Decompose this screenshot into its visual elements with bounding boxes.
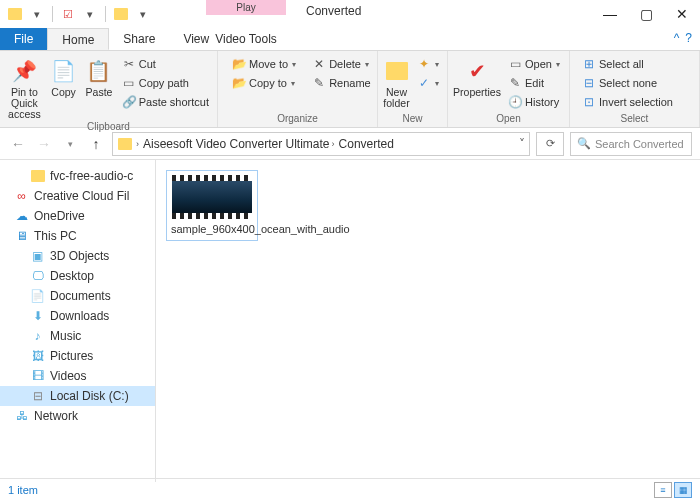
delete-button[interactable]: ✕Delete▾ — [308, 55, 375, 73]
group-label: Organize — [222, 112, 373, 125]
move-icon: 📂 — [232, 57, 246, 71]
tree-item-label: Music — [50, 329, 81, 343]
new-item-button[interactable]: ✦▾ — [413, 55, 443, 73]
tree-item-label: Pictures — [50, 349, 93, 363]
group-label: Open — [452, 112, 565, 125]
history-button[interactable]: 🕘History — [504, 93, 564, 111]
rename-button[interactable]: ✎Rename — [308, 74, 375, 92]
label: Pin to Quick access — [4, 87, 45, 120]
recent-button[interactable]: ▾ — [60, 132, 80, 156]
tree-item[interactable]: 🖼Pictures — [0, 346, 155, 366]
paste-button[interactable]: 📋 Paste — [82, 53, 115, 98]
properties-checkbox-icon[interactable]: ☑ — [59, 5, 77, 23]
refresh-button[interactable]: ⟳ — [536, 132, 564, 156]
tree-item[interactable]: 🎞Videos — [0, 366, 155, 386]
new-folder-icon — [383, 57, 411, 85]
tab-home[interactable]: Home — [47, 28, 109, 50]
disk-icon: ⊟ — [30, 389, 45, 403]
tree-item[interactable]: 🖵Desktop — [0, 266, 155, 286]
doc-icon: 📄 — [30, 289, 45, 303]
window-title: Converted — [306, 4, 361, 18]
desktop-icon: 🖵 — [30, 269, 45, 283]
back-button[interactable]: ← — [8, 132, 28, 156]
tree-item-label: Creative Cloud Fil — [34, 189, 129, 203]
invert-selection-button[interactable]: ⊡Invert selection — [578, 93, 677, 111]
rename-icon: ✎ — [312, 76, 326, 90]
file-pane[interactable]: sample_960x400_ocean_with_audio — [156, 160, 700, 482]
pin-quick-access-button[interactable]: 📌 Pin to Quick access — [4, 53, 45, 120]
copy-path-button[interactable]: ▭Copy path — [118, 74, 213, 92]
nav-tree[interactable]: fvc-free-audio-c∞Creative Cloud Fil☁OneD… — [0, 160, 156, 482]
move-to-button[interactable]: 📂Move to▾ — [228, 55, 300, 73]
minimize-button[interactable]: — — [592, 0, 628, 28]
tree-item[interactable]: 🖥This PC — [0, 226, 155, 246]
tree-item-label: Desktop — [50, 269, 94, 283]
paste-shortcut-button[interactable]: 🔗Paste shortcut — [118, 93, 213, 111]
tab-file[interactable]: File — [0, 28, 47, 50]
tree-item[interactable]: ∞Creative Cloud Fil — [0, 186, 155, 206]
breadcrumb-segment[interactable]: Aiseesoft Video Converter Ultimate › — [143, 137, 335, 151]
properties-icon: ✔ — [463, 57, 491, 85]
chevron-down-icon[interactable]: ▾ — [28, 5, 46, 23]
tree-item[interactable]: ⊟Local Disk (C:) — [0, 386, 155, 406]
chevron-down-icon[interactable]: ˅ — [519, 137, 525, 151]
tree-item-label: fvc-free-audio-c — [50, 169, 133, 183]
chevron-right-icon[interactable]: › — [136, 139, 139, 149]
tree-item-label: This PC — [34, 229, 77, 243]
select-all-button[interactable]: ⊞Select all — [578, 55, 677, 73]
file-item[interactable]: sample_960x400_ocean_with_audio — [166, 170, 258, 241]
tree-item[interactable]: 🖧Network — [0, 406, 155, 426]
tree-item[interactable]: 📄Documents — [0, 286, 155, 306]
new-folder-button[interactable]: New folder — [382, 53, 411, 109]
pin-icon: 📌 — [10, 57, 38, 85]
context-tab-header: Play — [206, 0, 286, 15]
maximize-button[interactable]: ▢ — [628, 0, 664, 28]
tree-item[interactable]: fvc-free-audio-c — [0, 166, 155, 186]
breadcrumb-segment[interactable]: Converted — [339, 137, 394, 151]
forward-button[interactable]: → — [34, 132, 54, 156]
chevron-right-icon[interactable]: › — [332, 139, 335, 149]
label: Paste — [86, 87, 113, 98]
copy-button[interactable]: 📄 Copy — [47, 53, 80, 98]
search-input[interactable]: 🔍 Search Converted — [570, 132, 692, 156]
tree-item[interactable]: ♪Music — [0, 326, 155, 346]
cube-icon: ▣ — [30, 249, 45, 263]
folder-icon — [112, 5, 130, 23]
copy-to-button[interactable]: 📂Copy to▾ — [228, 74, 300, 92]
separator — [105, 6, 106, 22]
cc-icon: ∞ — [14, 189, 29, 203]
label: New folder — [382, 87, 411, 109]
folder-icon — [6, 5, 24, 23]
tree-item[interactable]: ☁OneDrive — [0, 206, 155, 226]
close-button[interactable]: ✕ — [664, 0, 700, 28]
open-button[interactable]: ▭Open▾ — [504, 55, 564, 73]
tree-item-label: Videos — [50, 369, 86, 383]
open-icon: ▭ — [508, 57, 522, 71]
edit-button[interactable]: ✎Edit — [504, 74, 564, 92]
group-label: Select — [574, 112, 695, 125]
properties-button[interactable]: ✔ Properties — [452, 53, 502, 98]
address-bar[interactable]: › Aiseesoft Video Converter Ultimate › C… — [112, 132, 530, 156]
pic-icon: 🖼 — [30, 349, 45, 363]
easy-access-button[interactable]: ✓▾ — [413, 74, 443, 92]
help-icon[interactable]: ? — [685, 31, 692, 45]
video-icon: 🎞 — [30, 369, 45, 383]
tree-item-label: Downloads — [50, 309, 109, 323]
cut-icon: ✂ — [122, 57, 136, 71]
tree-item[interactable]: ⬇Downloads — [0, 306, 155, 326]
tree-item[interactable]: ▣3D Objects — [0, 246, 155, 266]
video-thumbnail — [172, 175, 252, 219]
up-button[interactable]: ↑ — [86, 132, 106, 156]
cut-button[interactable]: ✂Cut — [118, 55, 213, 73]
details-view-button[interactable]: ≡ — [654, 482, 672, 498]
pc-icon: 🖥 — [14, 229, 29, 243]
collapse-ribbon-icon[interactable]: ^ — [674, 31, 680, 45]
chevron-down-icon[interactable]: ▾ — [134, 5, 152, 23]
thumbnails-view-button[interactable]: ▦ — [674, 482, 692, 498]
tab-video-tools[interactable]: Video Tools — [206, 28, 286, 50]
chevron-down-icon[interactable]: ▾ — [81, 5, 99, 23]
copy-to-icon: 📂 — [232, 76, 246, 90]
tab-share[interactable]: Share — [109, 28, 169, 50]
select-none-button[interactable]: ⊟Select none — [578, 74, 677, 92]
delete-icon: ✕ — [312, 57, 326, 71]
